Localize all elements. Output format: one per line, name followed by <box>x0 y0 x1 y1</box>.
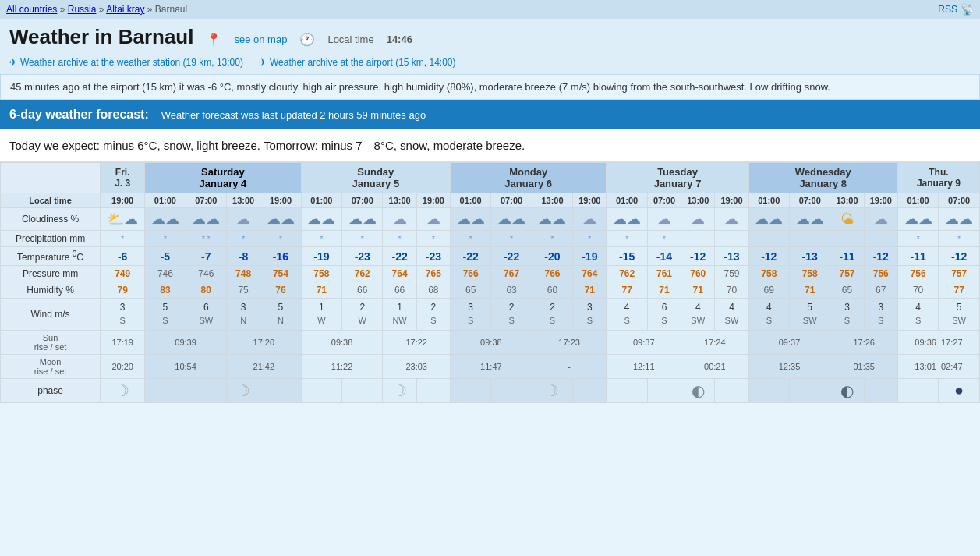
pressure-label: Pressure mm <box>1 266 101 282</box>
archive-links: ✈ Weather archive at the weather station… <box>9 57 971 68</box>
precip-mon-2: * <box>491 231 532 247</box>
cloud-tue-2: ☁ <box>647 208 681 231</box>
forecast-updated: Weather forecast was last updated 2 hour… <box>161 109 426 121</box>
breadcrumb: All countries » Russia » Altai kray » Ba… <box>6 4 187 15</box>
cloud-sat-3: ☁ <box>227 208 260 231</box>
phase-tue-half: ◐ <box>681 378 715 402</box>
precip-fri-1: * <box>101 231 145 247</box>
phase-sat-empty2 <box>186 378 226 402</box>
cloud-sat-4: ☁☁ <box>260 208 301 231</box>
hum-mon-4: 71 <box>573 282 607 299</box>
wind-sat-4: 5N <box>260 299 301 331</box>
breadcrumb-all-countries[interactable]: All countries <box>6 4 57 15</box>
archive-airport-link[interactable]: ✈ Weather archive at the airport (15 km,… <box>259 57 456 68</box>
wind-wed-1: 4S <box>748 299 789 331</box>
cloud-thu-1: ☁☁ <box>897 208 938 231</box>
temp-mon-1: -22 <box>450 247 490 266</box>
phase-sat-empty1 <box>145 378 186 402</box>
pres-wed-4: 756 <box>864 266 897 282</box>
precip-wed-4 <box>864 231 897 247</box>
hum-fri-1: 79 <box>101 282 145 299</box>
wind-mon-1: 3S <box>450 299 490 331</box>
temp-mon-2: -22 <box>491 247 532 266</box>
pressure-row: Pressure mm 749 746 746 748 754 758 762 … <box>1 266 980 282</box>
hum-sun-1: 71 <box>301 282 341 299</box>
rss-label[interactable]: RSS <box>938 4 957 15</box>
temp-sat-4: -16 <box>260 247 301 266</box>
archive-station-link[interactable]: ✈ Weather archive at the weather station… <box>9 57 243 68</box>
day-header-tue: Tuesday January 7 <box>607 163 748 193</box>
wind-mon-3: 2S <box>532 299 572 331</box>
phase-sun-crescent: ☽ <box>383 378 416 402</box>
pres-fri-1: 749 <box>101 266 145 282</box>
pres-tue-4: 759 <box>715 266 748 282</box>
hum-sat-4: 76 <box>260 282 301 299</box>
cloudiness-label: Cloudiness % <box>1 208 101 231</box>
time-mon-0700: 07:00 <box>491 193 532 208</box>
time-thu-0100: 01:00 <box>897 193 938 208</box>
forecast-title: 6-day weather forecast: <box>9 108 149 122</box>
pres-sat-1: 746 <box>145 266 186 282</box>
sun-tue-rise: 09:37 <box>607 330 681 354</box>
wind-fri-1: 3S <box>101 299 145 331</box>
time-sat-1300: 13:00 <box>227 193 260 208</box>
map-link[interactable]: see on map <box>234 34 287 45</box>
hum-sat-3: 75 <box>227 282 260 299</box>
day-header-thu: Thu. January 9 <box>897 163 979 193</box>
wind-tue-4: 4SW <box>715 299 748 331</box>
breadcrumb-altai[interactable]: Altai kray <box>106 4 144 15</box>
pres-mon-1: 766 <box>450 266 490 282</box>
precipitation-row: Precipitation mm * * * * * * * * * * * *… <box>1 231 980 247</box>
wind-wed-2: 5SW <box>790 299 830 331</box>
wind-tue-1: 4S <box>607 299 647 331</box>
temp-sun-4: -23 <box>416 247 450 266</box>
cloud-wed-2: ☁☁ <box>790 208 830 231</box>
wind-thu-1: 4S <box>897 299 938 331</box>
phase-wed-empty1 <box>748 378 789 402</box>
hum-tue-2: 71 <box>647 282 681 299</box>
pres-tue-2: 761 <box>647 266 681 282</box>
precipitation-label: Precipitation mm <box>1 231 101 247</box>
sun-sun-set: 17:22 <box>383 330 451 354</box>
pres-sat-2: 746 <box>186 266 226 282</box>
precip-wed-2 <box>790 231 830 247</box>
time-sat-0700: 07:00 <box>186 193 226 208</box>
wind-sat-2: 6SW <box>186 299 226 331</box>
local-time-label-cell: Local time <box>1 193 101 208</box>
phase-thu-full: ● <box>939 378 980 402</box>
phase-sun-empty1 <box>301 378 341 402</box>
moon-tue-set: 00:21 <box>681 354 749 378</box>
temp-thu-1: -11 <box>897 247 938 266</box>
temp-wed-3: -11 <box>830 247 864 266</box>
hum-wed-3: 65 <box>830 282 864 299</box>
moon-wed-set: 01:35 <box>830 354 898 378</box>
moon-sat-rise: 10:54 <box>145 354 227 378</box>
wind-sat-1: 5S <box>145 299 186 331</box>
breadcrumb-sep1: » <box>60 4 68 15</box>
alert-bar: 45 minutes ago at the airport (15 km) it… <box>0 74 980 100</box>
precip-sat-2: * * <box>186 231 226 247</box>
wind-tue-2: 6S <box>647 299 681 331</box>
hum-sun-2: 66 <box>342 282 383 299</box>
cloud-wed-4: ☁ <box>864 208 897 231</box>
hum-mon-2: 63 <box>491 282 532 299</box>
wind-wed-4: 3S <box>864 299 897 331</box>
sun-thu-rise: 09:36 17:27 <box>897 330 979 354</box>
phase-fri: ☽ <box>101 378 145 402</box>
precip-mon-4: * <box>573 231 607 247</box>
moon-mon-rise: 11:47 <box>450 354 532 378</box>
precip-tue-2: * <box>647 231 681 247</box>
time-wed-1900: 19:00 <box>864 193 897 208</box>
moon-row: Moonrise / set 20:20 10:54 21:42 11:22 2… <box>1 354 980 378</box>
rss-icon: 📡 <box>961 3 974 16</box>
pres-sat-3: 748 <box>227 266 260 282</box>
temp-mon-3: -20 <box>532 247 572 266</box>
pres-sun-3: 764 <box>383 266 416 282</box>
breadcrumb-russia[interactable]: Russia <box>68 4 97 15</box>
pres-wed-1: 758 <box>748 266 789 282</box>
sun-wed-rise: 09:37 <box>748 330 830 354</box>
cloudiness-row: Cloudiness % ⛅☁ ☁☁ ☁☁ ☁ ☁☁ ☁☁ ☁☁ ☁ ☁ ☁☁ … <box>1 208 980 231</box>
humidity-label: Humidity % <box>1 282 101 299</box>
wind-sat-3: 3N <box>227 299 260 331</box>
sun-sat-set: 17:20 <box>227 330 302 354</box>
